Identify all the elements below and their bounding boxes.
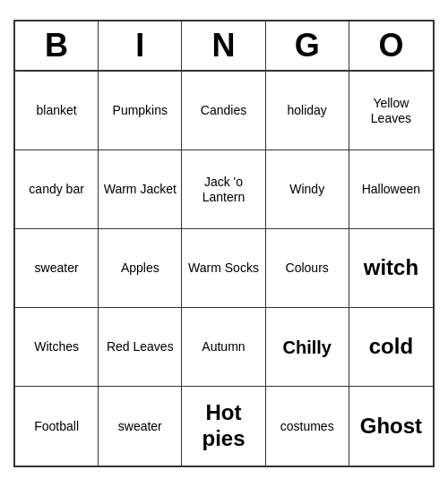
bingo-card: BINGO blanketPumpkinsCandiesholidayYello… (13, 20, 435, 467)
bingo-cell: Football (15, 387, 99, 466)
bingo-cell: Hot pies (182, 387, 265, 466)
bingo-cell: Warm Jacket (99, 150, 182, 229)
bingo-cell: Witches (15, 308, 99, 387)
bingo-cell: YellowLeaves (349, 72, 433, 150)
header-letter: I (99, 21, 182, 70)
bingo-cell: Chilly (266, 308, 349, 387)
bingo-cell: Autumn (182, 308, 265, 387)
bingo-cell: sweater (15, 229, 99, 308)
bingo-cell: Ghost (349, 387, 433, 466)
bingo-cell: witch (349, 229, 433, 308)
bingo-header: BINGO (15, 21, 433, 72)
bingo-cell: Jack 'o Lantern (182, 150, 265, 229)
bingo-cell: Red Leaves (99, 308, 182, 387)
header-letter: G (266, 21, 349, 70)
bingo-cell: costumes (266, 387, 349, 466)
bingo-cell: Apples (99, 229, 182, 308)
bingo-cell: blanket (15, 72, 99, 150)
bingo-cell: Windy (266, 150, 349, 229)
bingo-cell: cold (349, 308, 433, 387)
bingo-cell: candy bar (15, 150, 99, 229)
bingo-cell: sweater (99, 387, 182, 466)
bingo-cell: Colours (266, 229, 349, 308)
header-letter: N (182, 21, 265, 70)
bingo-cell: Candies (182, 72, 265, 150)
header-letter: O (349, 21, 433, 70)
bingo-cell: Pumpkins (99, 72, 182, 150)
bingo-grid: blanketPumpkinsCandiesholidayYellowLeave… (15, 72, 433, 466)
bingo-cell: Warm Socks (182, 229, 265, 308)
bingo-cell: holiday (266, 72, 349, 150)
header-letter: B (15, 21, 99, 70)
bingo-cell: Halloween (349, 150, 433, 229)
